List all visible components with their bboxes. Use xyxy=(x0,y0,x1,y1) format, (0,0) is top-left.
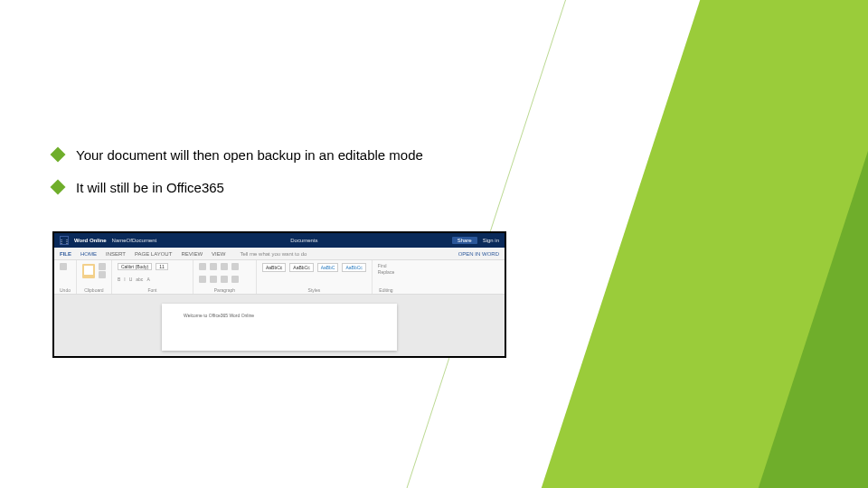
ribbon-group-label: Styles xyxy=(262,287,366,293)
replace-button[interactable]: Replace xyxy=(378,269,394,275)
italic-icon[interactable]: I xyxy=(124,277,125,282)
open-in-word-link[interactable]: OPEN IN WORD xyxy=(458,251,499,257)
ribbon-group-paragraph: Paragraph xyxy=(193,260,257,294)
align-right-icon[interactable] xyxy=(221,276,228,283)
find-button[interactable]: Find xyxy=(378,263,387,268)
more-font-icon[interactable]: A xyxy=(146,277,149,282)
titlebar: ⋮⋮ Word Online NameOfDocument Documents … xyxy=(54,233,505,248)
share-button[interactable]: Share xyxy=(452,237,477,244)
ribbon-group-label: Undo xyxy=(60,287,71,293)
ribbon-group-label: Paragraph xyxy=(199,287,250,293)
document-filename: NameOfDocument xyxy=(112,238,157,243)
document-page: Welcome to Office365 Word Online xyxy=(162,304,397,351)
ribbon: Undo Clipboard Calibri (Body) 11 xyxy=(54,260,505,295)
ribbon-group-label: Clipboard xyxy=(82,287,106,293)
app-brand: Word Online xyxy=(74,238,107,243)
indent-inc-icon[interactable] xyxy=(231,263,239,270)
document-canvas: Welcome to Office365 Word Online xyxy=(54,295,505,356)
slide: Your document will then open backup in a… xyxy=(0,0,868,488)
strike-icon[interactable]: abc xyxy=(136,277,143,282)
indent-dec-icon[interactable] xyxy=(221,263,228,270)
bullet-list: Your document will then open backup in a… xyxy=(52,146,559,212)
tab-view[interactable]: VIEW xyxy=(212,251,225,257)
cut-icon[interactable] xyxy=(99,263,106,270)
copy-icon[interactable] xyxy=(99,271,106,278)
document-body-text: Welcome to Office365 Word Online xyxy=(184,313,254,318)
ribbon-group-undo: Undo xyxy=(54,260,77,294)
paste-icon[interactable] xyxy=(82,264,95,278)
font-size-select[interactable]: 11 xyxy=(156,263,168,270)
bullets-icon[interactable] xyxy=(199,263,206,270)
ribbon-group-font: Calibri (Body) 11 B I U abc A Font xyxy=(112,260,193,294)
list-item: It will still be in Office365 xyxy=(52,179,559,197)
ribbon-group-styles: AaBbCc AaBbCc AaBbC AaBbCc Styles xyxy=(257,260,373,294)
signin-link[interactable]: Sign in xyxy=(483,238,499,243)
ribbon-tabs: FILE HOME INSERT PAGE LAYOUT REVIEW VIEW… xyxy=(54,248,505,260)
tab-review[interactable]: REVIEW xyxy=(181,251,203,257)
tab-file[interactable]: FILE xyxy=(60,251,71,257)
diamond-bullet-icon xyxy=(51,147,66,163)
ribbon-group-clipboard: Clipboard xyxy=(77,260,112,294)
style-no-spacing[interactable]: AaBbCc xyxy=(289,263,313,272)
style-heading1[interactable]: AaBbC xyxy=(317,263,339,272)
tab-insert[interactable]: INSERT xyxy=(106,251,126,257)
ribbon-group-label: Editing xyxy=(378,287,394,293)
ribbon-group-label: Font xyxy=(118,287,187,293)
line-spacing-icon[interactable] xyxy=(231,276,239,283)
bullet-text: It will still be in Office365 xyxy=(76,179,224,197)
style-normal[interactable]: AaBbCc xyxy=(262,263,286,272)
align-left-icon[interactable] xyxy=(199,276,206,283)
diamond-bullet-icon xyxy=(51,180,66,195)
underline-icon[interactable]: U xyxy=(129,277,133,282)
tab-page-layout[interactable]: PAGE LAYOUT xyxy=(135,251,172,257)
ribbon-group-editing: Find Replace Editing xyxy=(373,260,400,294)
app-launcher-icon: ⋮⋮ xyxy=(60,236,69,245)
bullet-text: Your document will then open backup in a… xyxy=(76,146,423,164)
numbering-icon[interactable] xyxy=(210,263,217,270)
align-center-icon[interactable] xyxy=(210,276,217,283)
font-name-select[interactable]: Calibri (Body) xyxy=(118,263,152,270)
bold-icon[interactable]: B xyxy=(118,277,120,282)
word-online-screenshot: ⋮⋮ Word Online NameOfDocument Documents … xyxy=(52,231,506,358)
style-heading2[interactable]: AaBbCc xyxy=(342,263,365,272)
tell-me-search[interactable]: Tell me what you want to do xyxy=(240,251,307,257)
breadcrumb: Documents xyxy=(162,238,446,243)
tab-home[interactable]: HOME xyxy=(80,251,97,257)
undo-icon[interactable] xyxy=(60,263,67,270)
list-item: Your document will then open backup in a… xyxy=(52,146,559,164)
